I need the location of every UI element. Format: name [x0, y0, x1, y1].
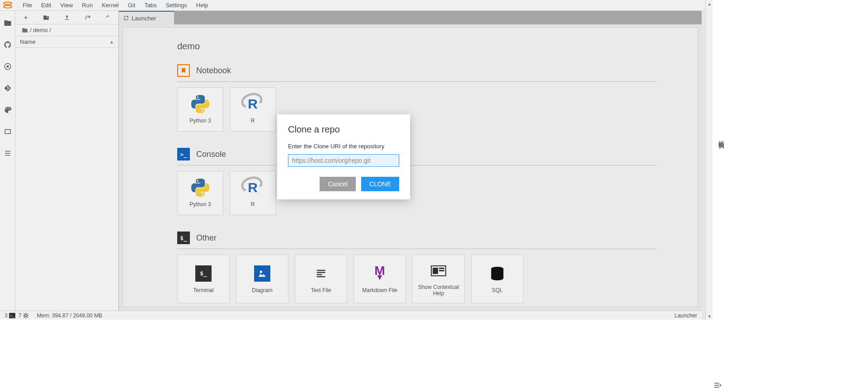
scroll-down-icon[interactable]: ▾ [706, 312, 713, 320]
clone-uri-input[interactable] [288, 154, 399, 167]
clone-button[interactable]: CLONE [361, 177, 399, 191]
side-widget-label[interactable]: 运行实例 [713, 136, 725, 139]
outer-scrollbar[interactable]: ▴ ▾ [705, 0, 712, 320]
scroll-up-icon[interactable]: ▴ [706, 0, 713, 7]
cancel-button[interactable]: Cancel [320, 177, 356, 191]
corner-menu-icon[interactable] [713, 381, 722, 389]
dialog-prompt: Enter the Clone URI of the repository [288, 143, 399, 150]
dialog-title: Clone a repo [288, 124, 399, 135]
clone-repo-dialog: Clone a repo Enter the Clone URI of the … [277, 114, 410, 199]
